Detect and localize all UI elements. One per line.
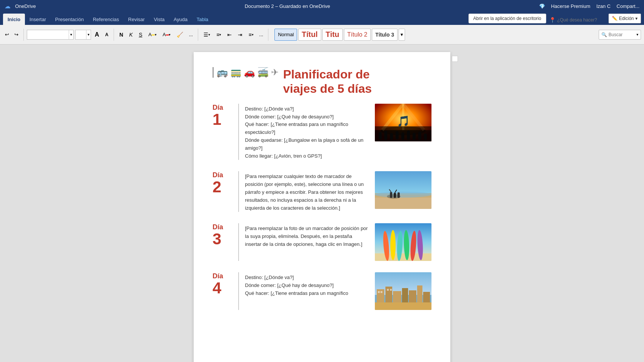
font-size-arrow[interactable]: ▾ — [86, 30, 91, 39]
main-content: 🚌 🚃 🚗 🚎 ✈ Planificador de viajes de 5 dí… — [0, 44, 644, 362]
more-format-button[interactable]: ... — [187, 31, 195, 38]
svg-rect-9 — [413, 133, 416, 140]
font-size-decrease-button[interactable]: A — [103, 30, 111, 40]
document-title-heading: Planificador de viajes de 5 días — [283, 67, 372, 96]
style-titulo1-label: Títul — [302, 30, 317, 39]
font-selector: Trebuchet MS (... ▾ 11 ▾ — [27, 30, 91, 40]
day1-line2: Dónde comer: [¿Qué hay de desayuno?] — [245, 113, 369, 121]
style-normal-button[interactable]: Normal — [274, 29, 297, 41]
title-line1: Planificador de — [283, 67, 370, 81]
font-size-input[interactable]: 11 — [75, 31, 86, 38]
decrease-indent-icon: ⇤ — [227, 32, 232, 38]
day3-text: [Para reemplazar la foto de un marcador … — [245, 225, 368, 247]
separator-2 — [114, 29, 114, 41]
svg-rect-26 — [375, 253, 431, 261]
align-arrow[interactable]: ▾ — [252, 33, 254, 37]
underline-button[interactable]: S — [137, 30, 145, 40]
bold-button[interactable]: N — [117, 30, 125, 40]
bullet-list-button[interactable]: ☰ ▾ — [201, 30, 213, 40]
trolleybus-icon: 🚎 — [257, 67, 269, 78]
svg-rect-41 — [417, 285, 422, 302]
style-normal-label: Normal — [278, 32, 294, 37]
tab-tabla[interactable]: Tabla — [192, 14, 213, 25]
beach-svg — [375, 171, 431, 209]
day1-line5: Cómo llegar: [¿Avión, tren o GPS?] — [245, 152, 369, 160]
align-button[interactable]: ≡ ▾ — [246, 30, 256, 40]
day-content-4[interactable]: Destino: [¿Dónde va?] Dónde comer: [¿Qué… — [245, 272, 369, 310]
numbered-list-button[interactable]: ≡ ▾ — [214, 30, 223, 40]
search-dropdown[interactable]: ▾ — [636, 32, 638, 37]
tab-presentacion[interactable]: Presentación — [51, 14, 88, 25]
highlight-button[interactable]: A ▬ ▾ — [146, 30, 159, 40]
svg-rect-7 — [401, 132, 404, 140]
concert-image — [375, 104, 431, 141]
tab-vista[interactable]: Vista — [149, 14, 169, 25]
day-content-3[interactable]: [Para reemplazar la foto de un marcador … — [245, 223, 369, 261]
font-color-button[interactable]: A ▬ ▾ — [160, 30, 173, 40]
ribbon-tabs: Inicio Insertar Presentación Referencias… — [0, 12, 644, 25]
font-name-arrow[interactable]: ▾ — [69, 30, 73, 39]
redo-button[interactable]: ↪ — [12, 31, 20, 38]
style-titulo1-button[interactable]: Títul — [298, 29, 321, 41]
svg-rect-10 — [418, 132, 421, 140]
style-titulo3-button[interactable]: Título 3 — [372, 29, 397, 41]
premium-button[interactable]: Hacerse Premium — [551, 3, 590, 9]
open-desktop-button[interactable]: Abrir en la aplicación de escritorio — [468, 14, 546, 23]
decrease-indent-button[interactable]: ⇤ — [225, 30, 234, 40]
location-icon: 📍 — [549, 17, 556, 23]
edicion-button[interactable]: ✏️ Edición ▾ — [609, 14, 641, 23]
day-content-2[interactable]: [Para reemplazar cualquier texto de marc… — [245, 171, 369, 212]
eraser-icon: 🧹 — [177, 32, 183, 38]
search-icon: 🔍 — [601, 32, 607, 37]
page-indicator — [452, 56, 458, 62]
tab-inicio[interactable]: Inicio — [3, 14, 25, 25]
increase-indent-button[interactable]: ⇥ — [236, 30, 245, 40]
share-button[interactable]: Compart... — [616, 3, 639, 9]
day-number-3: 3 — [213, 231, 221, 247]
day-section-2: Día 2 [Para reemplazar cualquier texto d… — [213, 171, 431, 212]
title-bar-center: Documento 2 – Guardado en OneDrive — [36, 3, 539, 9]
day4-line3: Qué hacer: [¿Tiene entradas para un magn… — [245, 290, 369, 298]
numbered-list-icon: ≡ — [216, 32, 219, 38]
what-to-do-input[interactable] — [556, 17, 609, 23]
font-name-input[interactable]: Trebuchet MS (... — [27, 31, 69, 38]
separator-4 — [268, 29, 268, 41]
document-page: 🚌 🚃 🚗 🚎 ✈ Planificador de viajes de 5 dí… — [194, 52, 450, 362]
transport-icons: 🚌 🚃 🚗 🚎 ✈ — [213, 67, 279, 78]
highlight-dropdown[interactable]: ▾ — [155, 33, 157, 37]
day-content-1[interactable]: Destino: [¿Dónde va?] Dónde comer: [¿Qué… — [245, 104, 369, 160]
font-size-increase-button[interactable]: A — [92, 30, 102, 40]
svg-rect-6 — [396, 131, 399, 140]
numbered-list-arrow[interactable]: ▾ — [219, 33, 221, 37]
search-box[interactable]: 🔍 ▾ — [599, 30, 641, 40]
title-line2: viajes de 5 días — [283, 82, 372, 95]
day1-line1: Destino: [¿Dónde va?] — [245, 105, 369, 113]
undo-button[interactable]: ↩ — [3, 31, 11, 38]
font-color-dropdown[interactable]: ▾ — [169, 33, 171, 37]
tab-ayuda[interactable]: Ayuda — [169, 14, 192, 25]
style-titulo1b-label: Titu — [326, 30, 339, 39]
tab-insertar[interactable]: Insertar — [25, 14, 51, 25]
svg-rect-35 — [375, 302, 431, 310]
bullet-list-icon: ☰ — [203, 32, 208, 38]
more-paragraph-button[interactable]: ... — [257, 31, 265, 38]
bullet-list-arrow[interactable]: ▾ — [208, 33, 210, 37]
ribbon-toolbar: ↩ ↪ Trebuchet MS (... ▾ 11 ▾ A A N K S A… — [0, 25, 644, 44]
search-input[interactable] — [609, 32, 635, 37]
clear-format-button[interactable]: 🧹 — [174, 30, 185, 40]
svg-rect-11 — [424, 133, 427, 140]
svg-rect-4 — [384, 131, 387, 140]
italic-button[interactable]: K — [127, 30, 135, 40]
font-size-combo[interactable]: 11 ▾ — [75, 30, 91, 40]
svg-point-18 — [375, 192, 431, 198]
style-titulo2b-button[interactable]: Título 2 — [344, 29, 371, 41]
tab-revisar[interactable]: Revisar — [123, 14, 149, 25]
font-name-combo[interactable]: Trebuchet MS (... ▾ — [27, 30, 74, 40]
style-titulo2-button[interactable]: Titu — [322, 29, 343, 41]
style-gallery: Normal Títul Titu Título 2 Título 3 ▾ — [274, 29, 405, 41]
style-dropdown-button[interactable]: ▾ — [399, 29, 405, 41]
svg-rect-22 — [397, 192, 400, 198]
bus-icon: 🚌 — [217, 67, 228, 78]
tab-referencias[interactable]: Referencias — [88, 14, 123, 25]
surfboards-svg — [375, 223, 431, 261]
